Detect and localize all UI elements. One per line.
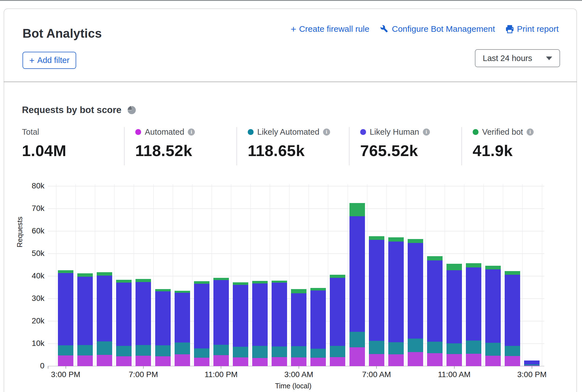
- verified_bot-bar-segment[interactable]: [136, 279, 151, 282]
- stacked-bar[interactable]: [291, 289, 306, 366]
- likely_human-bar-segment[interactable]: [58, 273, 73, 345]
- stacked-bar[interactable]: [116, 280, 132, 366]
- automated-bar-segment[interactable]: [466, 354, 481, 366]
- likely_human-bar-segment[interactable]: [252, 283, 268, 346]
- stacked-bar[interactable]: [213, 278, 229, 366]
- automated-bar-segment[interactable]: [505, 356, 520, 366]
- stacked-bar[interactable]: [252, 281, 268, 366]
- likely_human-bar-segment[interactable]: [485, 269, 501, 343]
- likely_human-bar-segment[interactable]: [97, 276, 112, 341]
- verified_bot-bar-segment[interactable]: [77, 273, 93, 276]
- verified_bot-bar-segment[interactable]: [349, 203, 365, 216]
- stacked-bar[interactable]: [466, 263, 481, 366]
- likely_automated-bar-segment[interactable]: [272, 346, 287, 357]
- likely_automated-bar-segment[interactable]: [369, 341, 384, 354]
- stacked-bar[interactable]: [349, 203, 365, 366]
- likely_human-bar-segment[interactable]: [77, 277, 93, 345]
- stat-likely-automated[interactable]: Likely Automated i 118.65k: [248, 127, 330, 160]
- automated-bar-segment[interactable]: [427, 353, 443, 366]
- info-icon[interactable]: i: [323, 129, 330, 136]
- verified_bot-bar-segment[interactable]: [408, 239, 423, 243]
- info-icon[interactable]: i: [188, 129, 195, 136]
- likely_human-bar-segment[interactable]: [136, 282, 151, 345]
- stacked-bar[interactable]: [524, 361, 540, 366]
- likely_automated-bar-segment[interactable]: [485, 343, 501, 356]
- stacked-bar[interactable]: [155, 289, 171, 366]
- likely_automated-bar-segment[interactable]: [175, 343, 190, 354]
- likely_human-bar-segment[interactable]: [388, 242, 404, 342]
- likely_automated-bar-segment[interactable]: [58, 345, 73, 356]
- stacked-bar[interactable]: [97, 272, 112, 366]
- stacked-bar[interactable]: [330, 275, 345, 366]
- likely_automated-bar-segment[interactable]: [77, 345, 93, 356]
- stacked-bar[interactable]: [369, 236, 384, 366]
- verified_bot-bar-segment[interactable]: [310, 288, 326, 291]
- verified_bot-bar-segment[interactable]: [291, 289, 306, 293]
- automated-bar-segment[interactable]: [388, 354, 404, 366]
- likely_automated-bar-segment[interactable]: [310, 349, 326, 358]
- likely_automated-bar-segment[interactable]: [136, 345, 151, 356]
- likely_human-bar-segment[interactable]: [349, 216, 365, 332]
- automated-bar-segment[interactable]: [369, 354, 384, 366]
- likely_human-bar-segment[interactable]: [524, 361, 540, 364]
- likely_human-bar-segment[interactable]: [291, 293, 306, 346]
- likely_human-bar-segment[interactable]: [427, 260, 443, 342]
- automated-bar-segment[interactable]: [272, 357, 287, 366]
- likely_automated-bar-segment[interactable]: [466, 341, 481, 354]
- verified_bot-bar-segment[interactable]: [485, 266, 501, 269]
- verified_bot-bar-segment[interactable]: [194, 281, 209, 284]
- verified_bot-bar-segment[interactable]: [330, 275, 345, 278]
- stacked-bar[interactable]: [136, 279, 151, 366]
- print-report-link[interactable]: Print report: [505, 24, 559, 34]
- likely_automated-bar-segment[interactable]: [291, 346, 306, 357]
- stat-verified-bot[interactable]: Verified bot i 41.9k: [473, 127, 534, 160]
- likely_automated-bar-segment[interactable]: [116, 346, 132, 356]
- automated-bar-segment[interactable]: [330, 357, 345, 366]
- stacked-bar[interactable]: [272, 281, 287, 366]
- automated-bar-segment[interactable]: [213, 355, 229, 366]
- automated-bar-segment[interactable]: [194, 358, 209, 366]
- likely_human-bar-segment[interactable]: [155, 291, 171, 346]
- automated-bar-segment[interactable]: [349, 347, 365, 366]
- likely_human-bar-segment[interactable]: [446, 270, 462, 343]
- verified_bot-bar-segment[interactable]: [116, 280, 132, 283]
- automated-bar-segment[interactable]: [310, 358, 326, 366]
- verified_bot-bar-segment[interactable]: [155, 289, 171, 291]
- stacked-bar[interactable]: [310, 288, 326, 366]
- stacked-bar[interactable]: [175, 291, 190, 366]
- automated-bar-segment[interactable]: [97, 355, 112, 366]
- likely_automated-bar-segment[interactable]: [330, 346, 345, 357]
- verified_bot-bar-segment[interactable]: [58, 270, 73, 273]
- automated-bar-segment[interactable]: [291, 357, 306, 366]
- likely_automated-bar-segment[interactable]: [388, 342, 404, 354]
- likely_automated-bar-segment[interactable]: [427, 342, 443, 353]
- automated-bar-segment[interactable]: [155, 356, 171, 366]
- likely_human-bar-segment[interactable]: [213, 280, 229, 345]
- verified_bot-bar-segment[interactable]: [388, 237, 404, 242]
- automated-bar-segment[interactable]: [136, 356, 151, 366]
- automated-bar-segment[interactable]: [116, 356, 132, 366]
- likely_automated-bar-segment[interactable]: [446, 343, 462, 354]
- likely_automated-bar-segment[interactable]: [505, 346, 520, 356]
- verified_bot-bar-segment[interactable]: [505, 271, 520, 275]
- time-range-select[interactable]: Last 24 hours: [475, 49, 560, 67]
- stacked-bar[interactable]: [485, 266, 501, 366]
- automated-bar-segment[interactable]: [408, 352, 423, 366]
- stacked-bar[interactable]: [408, 239, 423, 366]
- stacked-bar[interactable]: [427, 256, 443, 366]
- likely_human-bar-segment[interactable]: [369, 240, 384, 341]
- info-icon[interactable]: i: [423, 129, 430, 136]
- likely_human-bar-segment[interactable]: [330, 278, 345, 346]
- configure-bot-management-link[interactable]: Configure Bot Management: [380, 24, 495, 34]
- automated-bar-segment[interactable]: [77, 355, 93, 366]
- likely_human-bar-segment[interactable]: [272, 283, 287, 346]
- likely_human-bar-segment[interactable]: [466, 267, 481, 341]
- likely_automated-bar-segment[interactable]: [349, 332, 365, 347]
- likely_automated-bar-segment[interactable]: [252, 346, 268, 358]
- automated-bar-segment[interactable]: [446, 354, 462, 366]
- verified_bot-bar-segment[interactable]: [427, 256, 443, 260]
- stacked-bar[interactable]: [58, 270, 73, 366]
- likely_human-bar-segment[interactable]: [408, 243, 423, 339]
- verified_bot-bar-segment[interactable]: [369, 236, 384, 240]
- stat-likely-human[interactable]: Likely Human i 765.52k: [360, 127, 430, 160]
